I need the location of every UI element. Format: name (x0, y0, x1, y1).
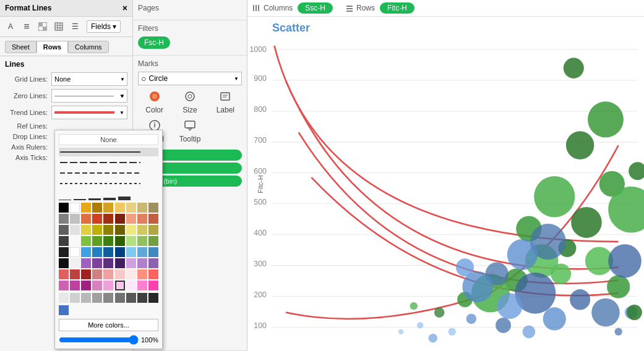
gswatch6[interactable] (115, 293, 125, 303)
swatch-offwhite[interactable] (70, 236, 80, 246)
swatch-coral[interactable] (137, 269, 147, 279)
swatch-dgrey[interactable] (59, 225, 69, 235)
swatch-dark-orange[interactable] (103, 214, 113, 224)
swatch-ltpink[interactable] (92, 269, 102, 279)
swatch-lthotpink2[interactable] (103, 281, 113, 290)
swatch-ltpurple[interactable] (126, 258, 136, 268)
swatch-lthotpink[interactable] (92, 281, 102, 290)
marks-size[interactable]: Size (173, 89, 206, 116)
swatch-ltyellow3[interactable] (148, 225, 158, 235)
swatch-salmon3[interactable] (148, 214, 158, 224)
filter-pill[interactable]: Fsc-H (138, 36, 170, 49)
swatch-olive3[interactable] (115, 225, 125, 235)
swatch-olive2[interactable] (103, 225, 113, 235)
swatch-khaki2[interactable] (148, 203, 158, 213)
dash-line-style-2[interactable] (59, 169, 158, 177)
swatch-yellow1[interactable] (81, 203, 91, 213)
gswatch1[interactable] (59, 293, 69, 303)
swatch-ltpink2[interactable] (103, 269, 113, 279)
swatch-ltgreen3[interactable] (148, 236, 158, 246)
swatch-ltgrey[interactable] (70, 258, 80, 268)
swatch-hotpink[interactable] (59, 281, 69, 290)
gswatch9[interactable] (148, 293, 158, 303)
lines-icon[interactable]: ≡ (20, 20, 33, 33)
tick-w5[interactable] (118, 190, 131, 200)
dash-line-style-1[interactable] (59, 158, 158, 167)
none-option[interactable]: None (59, 134, 158, 145)
dotted-line-style[interactable] (59, 179, 158, 188)
swatch-blue-accent[interactable] (59, 305, 69, 315)
fields-button[interactable]: Fields ▾ (87, 20, 121, 33)
rows-pill[interactable]: Fitc-H (380, 2, 414, 14)
gswatch8[interactable] (137, 293, 147, 303)
swatch-vdgrey[interactable] (59, 236, 69, 246)
swatch-ltyellow2[interactable] (137, 225, 147, 235)
marks-tooltip[interactable]: Tooltip (173, 118, 206, 145)
swatch-ltblue2[interactable] (137, 247, 147, 257)
swatch-dkpurple2[interactable] (115, 258, 125, 268)
swatch-ltred[interactable] (148, 269, 158, 279)
swatch-ltblue[interactable] (126, 247, 136, 257)
swatch-hotpink3[interactable] (81, 281, 91, 290)
tab-sheet[interactable]: Sheet (5, 41, 36, 53)
tab-columns[interactable]: Columns (68, 41, 108, 53)
swatch-dkgreen[interactable] (103, 236, 113, 246)
gswatch2[interactable] (70, 293, 80, 303)
swatch-purple2[interactable] (92, 258, 102, 268)
grid-lines-select[interactable]: None (51, 72, 127, 86)
tick-w3[interactable] (88, 190, 101, 200)
alignment-icon[interactable]: ☰ (68, 20, 82, 33)
swatch-dark-red[interactable] (115, 214, 125, 224)
tick-w1[interactable] (59, 190, 71, 200)
columns-pill[interactable]: Ssc-H (298, 2, 333, 14)
close-icon[interactable]: × (122, 3, 127, 13)
swatch-lthotpink3[interactable] (137, 281, 147, 290)
swatch-khaki[interactable] (137, 203, 147, 213)
swatch-tan[interactable] (126, 203, 136, 213)
swatch-nearblk[interactable] (59, 247, 69, 257)
swatch-orange[interactable] (81, 214, 91, 224)
swatch-pink2[interactable] (70, 269, 80, 279)
swatch-salmon2[interactable] (137, 214, 147, 224)
gswatch3[interactable] (81, 293, 91, 303)
swatch-ltgreen2[interactable] (137, 236, 147, 246)
swatch-gold2[interactable] (115, 203, 125, 213)
swatch-purple[interactable] (81, 258, 91, 268)
swatch-silver[interactable] (70, 214, 80, 224)
swatch-dkblue2[interactable] (115, 247, 125, 257)
swatch-green[interactable] (81, 236, 91, 246)
swatch-blue[interactable] (81, 247, 91, 257)
swatch-ltyellow[interactable] (126, 225, 136, 235)
tick-w2[interactable] (74, 190, 86, 200)
swatch-brown1[interactable] (92, 203, 102, 213)
shading-icon[interactable] (36, 20, 49, 33)
swatch-green2[interactable] (92, 236, 102, 246)
swatch-blk2[interactable] (59, 258, 69, 268)
swatch-ltgreen[interactable] (126, 236, 136, 246)
swatch-ltpurple2[interactable] (137, 258, 147, 268)
swatch-ltpink5[interactable] (126, 281, 136, 290)
marks-label[interactable]: Label (209, 89, 242, 116)
font-icon[interactable]: A (4, 20, 17, 33)
swatch-red[interactable] (81, 269, 91, 279)
swatch-hotpink2[interactable] (70, 281, 80, 290)
more-colors-button[interactable]: More colors... (59, 319, 158, 331)
swatch-grey[interactable] (59, 214, 69, 224)
swatch-dkblue[interactable] (103, 247, 113, 257)
swatch-olive[interactable] (92, 225, 102, 235)
swatch-lthotpink4[interactable] (148, 281, 158, 290)
solid-line-style[interactable] (59, 148, 158, 156)
swatch-dkpurple[interactable] (103, 258, 113, 268)
swatch-ltpink3[interactable] (115, 269, 125, 279)
swatch-ltpurple3[interactable] (148, 258, 158, 268)
gswatch7[interactable] (126, 293, 136, 303)
gswatch4[interactable] (92, 293, 102, 303)
swatch-red-orange[interactable] (92, 214, 102, 224)
swatch-white[interactable] (70, 203, 80, 213)
swatch-yellow2[interactable] (81, 225, 91, 235)
swatch-lgrey[interactable] (70, 225, 80, 235)
swatch-black[interactable] (59, 203, 69, 213)
swatch-salmon[interactable] (126, 214, 136, 224)
table-icon[interactable] (52, 20, 66, 33)
tick-w4[interactable] (103, 190, 116, 200)
